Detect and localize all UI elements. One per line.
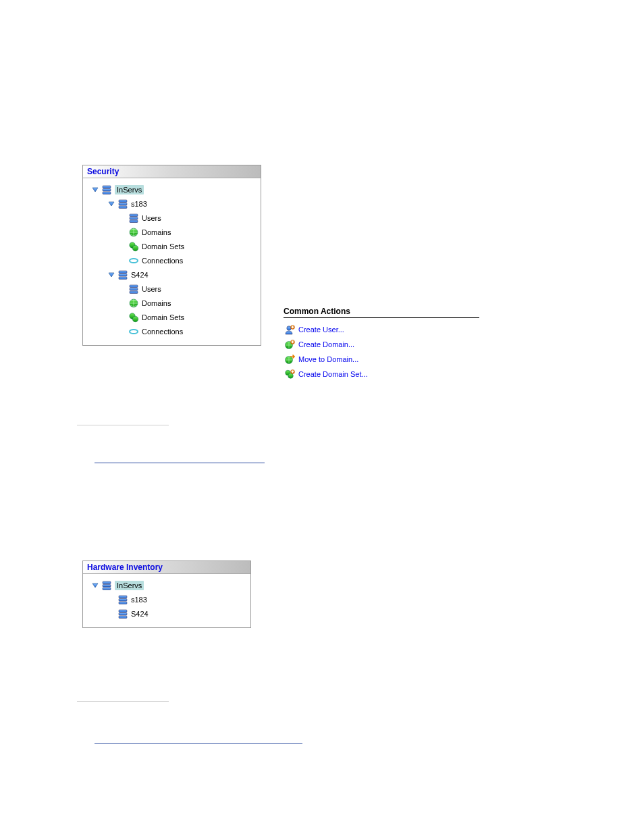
- tree-label[interactable]: Users: [142, 285, 161, 293]
- panel-title-security: Security: [83, 165, 261, 178]
- svg-point-14: [130, 259, 138, 263]
- svg-rect-5: [119, 200, 127, 203]
- domainset-add-icon: [284, 368, 296, 380]
- svg-rect-39: [119, 598, 127, 601]
- server-icon: [101, 184, 113, 196]
- tree-node-users-1[interactable]: Users: [86, 282, 258, 296]
- svg-rect-3: [103, 192, 111, 194]
- tree-label[interactable]: S424: [131, 610, 149, 618]
- divider-blue: [95, 463, 265, 463]
- svg-rect-20: [130, 288, 138, 290]
- action-create-domainset[interactable]: Create Domain Set...: [284, 367, 479, 382]
- svg-rect-18: [119, 277, 127, 280]
- tree-node-domains-0[interactable]: Domains: [86, 225, 258, 239]
- server-icon: [128, 283, 140, 295]
- svg-rect-6: [119, 203, 127, 205]
- hardware-panel: Hardware Inventory InServs s183 S424: [82, 561, 251, 628]
- action-link[interactable]: Create User...: [298, 325, 344, 334]
- connection-icon: [128, 255, 140, 267]
- common-actions-title: Common Actions: [284, 307, 479, 318]
- panel-title-hardware: Hardware Inventory: [83, 561, 250, 574]
- tree-node-inservs[interactable]: InServs: [86, 182, 258, 197]
- svg-point-26: [287, 326, 291, 330]
- svg-rect-42: [119, 613, 127, 615]
- expand-toggle-icon[interactable]: [107, 200, 115, 208]
- expand-toggle-icon[interactable]: [91, 581, 99, 590]
- svg-point-13: [132, 245, 138, 251]
- svg-rect-43: [119, 616, 127, 619]
- tree-label-server-0[interactable]: s183: [131, 200, 147, 208]
- tree-node-domainsets-1[interactable]: Domain Sets: [86, 310, 258, 324]
- svg-rect-37: [103, 588, 111, 590]
- globe-icon: [128, 226, 140, 238]
- tree-label-inservs[interactable]: InServs: [115, 185, 144, 194]
- action-link[interactable]: Create Domain Set...: [298, 370, 368, 378]
- tree-node-hw-server-1[interactable]: S424: [86, 606, 248, 621]
- action-move-domain[interactable]: Move to Domain...: [284, 352, 479, 367]
- server-icon: [117, 594, 129, 606]
- action-link[interactable]: Create Domain...: [298, 340, 354, 348]
- security-panel: Security InServs s183 Users: [82, 165, 261, 346]
- server-icon: [117, 269, 129, 281]
- tree-node-server-1[interactable]: S424: [86, 267, 258, 282]
- tree-label[interactable]: Domain Sets: [142, 313, 184, 321]
- tree-node-connections-0[interactable]: Connections: [86, 253, 258, 267]
- domainset-icon: [128, 311, 140, 323]
- svg-point-25: [130, 330, 138, 334]
- tree-label[interactable]: Domains: [142, 299, 171, 307]
- svg-rect-38: [119, 596, 127, 598]
- server-icon: [128, 212, 140, 224]
- svg-rect-8: [130, 214, 138, 217]
- expand-toggle-icon[interactable]: [107, 271, 115, 279]
- svg-rect-10: [130, 220, 138, 223]
- svg-rect-17: [119, 273, 127, 276]
- svg-rect-36: [103, 584, 111, 587]
- svg-marker-0: [92, 188, 98, 192]
- tree-node-hw-server-0[interactable]: s183: [86, 592, 248, 606]
- svg-rect-40: [119, 602, 127, 604]
- tree-label[interactable]: Connections: [142, 328, 183, 336]
- globe-add-icon: [284, 338, 296, 350]
- svg-rect-19: [130, 285, 138, 288]
- tree-label[interactable]: s183: [131, 596, 147, 604]
- svg-rect-16: [119, 271, 127, 273]
- svg-rect-21: [130, 291, 138, 294]
- user-add-icon: [284, 323, 296, 336]
- divider-blue: [95, 743, 302, 744]
- tree-label[interactable]: Domain Sets: [142, 242, 184, 251]
- tree-node-inservs-hw[interactable]: InServs: [86, 578, 248, 592]
- tree-label-inservs-hw[interactable]: InServs: [115, 581, 144, 590]
- action-create-domain[interactable]: Create Domain...: [284, 337, 479, 352]
- tree-node-domainsets-0[interactable]: Domain Sets: [86, 239, 258, 253]
- svg-marker-34: [92, 583, 98, 588]
- svg-rect-2: [103, 188, 111, 191]
- divider: [77, 425, 169, 425]
- security-tree: InServs s183 Users Domains: [83, 178, 261, 345]
- divider: [77, 701, 169, 702]
- hardware-tree: InServs s183 S424: [83, 574, 250, 627]
- svg-rect-1: [103, 186, 111, 188]
- server-icon: [117, 608, 129, 620]
- tree-label[interactable]: Domains: [142, 228, 171, 236]
- svg-marker-4: [109, 202, 114, 206]
- expand-toggle-icon[interactable]: [91, 186, 99, 194]
- action-create-user[interactable]: Create User...: [284, 322, 479, 337]
- tree-label[interactable]: Users: [142, 214, 161, 222]
- connection-icon: [128, 325, 140, 338]
- globe-move-icon: [284, 353, 296, 365]
- tree-label-server-1[interactable]: S424: [131, 271, 149, 279]
- server-icon: [101, 579, 113, 592]
- svg-marker-15: [109, 273, 114, 277]
- tree-node-connections-1[interactable]: Connections: [86, 324, 258, 338]
- tree-node-server-0[interactable]: s183: [86, 197, 258, 211]
- svg-rect-35: [103, 581, 111, 584]
- tree-node-users-0[interactable]: Users: [86, 211, 258, 225]
- svg-rect-9: [130, 217, 138, 219]
- tree-node-domains-1[interactable]: Domains: [86, 296, 258, 310]
- action-link[interactable]: Move to Domain...: [298, 355, 358, 363]
- globe-icon: [128, 297, 140, 309]
- svg-point-24: [132, 316, 138, 321]
- server-icon: [117, 198, 129, 210]
- tree-label[interactable]: Connections: [142, 257, 183, 265]
- svg-point-32: [288, 373, 294, 379]
